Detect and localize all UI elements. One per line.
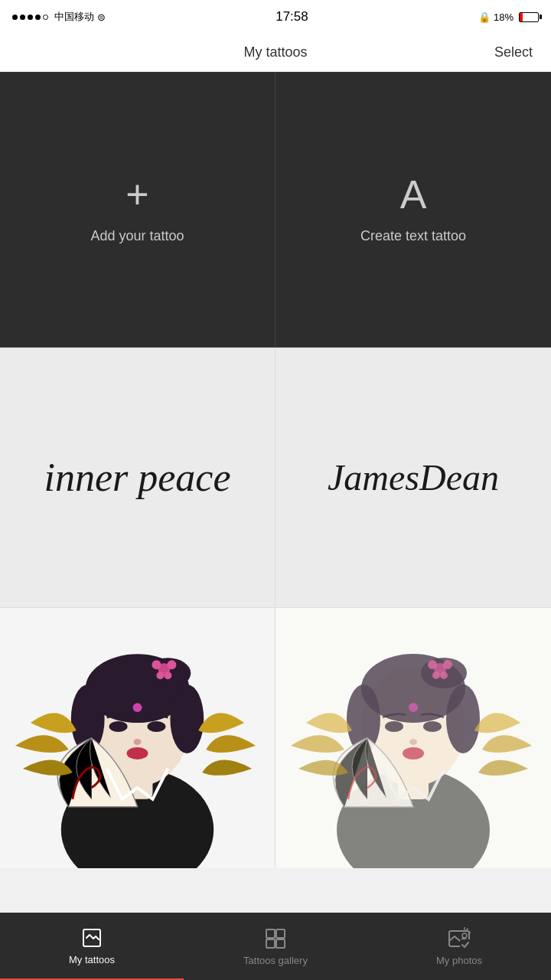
tab-tattoos-gallery[interactable]: Tattoos gallery [184, 913, 367, 980]
svg-rect-38 [266, 929, 275, 938]
signal-dot-1 [12, 15, 18, 20]
battery-percent: 18% [494, 11, 514, 23]
geisha-tile-1[interactable] [0, 608, 276, 868]
svg-rect-41 [276, 939, 285, 948]
svg-rect-39 [276, 929, 285, 938]
inner-peace-text: inner peace [44, 455, 230, 500]
nav-title: My tattoos [190, 44, 361, 60]
battery-fill [520, 13, 523, 21]
james-dean-tile[interactable]: JamesDean [276, 348, 551, 608]
my-tattoos-icon [80, 926, 103, 949]
svg-point-13 [152, 660, 161, 669]
svg-point-17 [133, 703, 142, 712]
status-right: 🔒 18% [478, 11, 539, 23]
add-tattoo-tile[interactable]: + Add your tattoo [0, 72, 276, 348]
svg-point-15 [156, 671, 164, 679]
my-photos-icon [448, 927, 471, 950]
status-bar: 中国移动 ⊜ 17:58 🔒 18% [0, 0, 551, 34]
svg-point-43 [462, 933, 467, 938]
status-time: 17:58 [276, 9, 308, 24]
tab-my-photos[interactable]: My photos [367, 913, 551, 980]
tattoos-gallery-icon [264, 927, 287, 950]
svg-point-10 [134, 739, 142, 745]
svg-rect-36 [276, 608, 551, 868]
signal-dots [12, 15, 48, 20]
svg-point-14 [167, 660, 176, 669]
svg-point-16 [164, 671, 171, 679]
tab-my-tattoos[interactable]: My tattoos [0, 913, 184, 980]
create-text-label: Create text tattoo [360, 228, 466, 244]
tab-bar: My tattoos Tattoos gallery My photos [0, 913, 551, 980]
create-text-tile[interactable]: A Create text tattoo [276, 72, 551, 348]
james-dean-text: JamesDean [328, 456, 499, 498]
signal-dot-2 [20, 15, 25, 20]
status-left: 中国移动 ⊜ [12, 10, 106, 24]
carrier-name: 中国移动 [54, 10, 94, 24]
text-tattoo-row: inner peace JamesDean [0, 348, 551, 608]
signal-dot-4 [35, 15, 41, 20]
image-row [0, 608, 551, 868]
action-row: + Add your tattoo A Create text tattoo [0, 72, 551, 348]
nav-bar: My tattoos Select [0, 34, 551, 72]
text-icon: A [400, 175, 427, 214]
inner-peace-tile[interactable]: inner peace [0, 348, 276, 608]
tab-my-tattoos-label: My tattoos [69, 954, 115, 965]
signal-dot-5 [43, 15, 48, 20]
battery-icon [519, 12, 539, 22]
svg-point-9 [147, 721, 165, 732]
tab-my-photos-label: My photos [436, 955, 482, 966]
signal-dot-3 [28, 15, 33, 20]
geisha-tile-2[interactable] [276, 608, 551, 868]
lock-icon: 🔒 [478, 11, 491, 23]
svg-point-8 [109, 721, 128, 732]
tab-tattoos-gallery-label: Tattoos gallery [243, 955, 308, 966]
geisha-illustration-2 [276, 608, 551, 868]
svg-rect-40 [266, 939, 275, 948]
geisha-illustration-1 [0, 608, 275, 868]
svg-point-7 [170, 684, 204, 753]
wifi-icon: ⊜ [97, 11, 106, 23]
select-button[interactable]: Select [494, 44, 533, 60]
battery-container [517, 12, 539, 22]
plus-icon: + [126, 175, 148, 214]
add-tattoo-label: Add your tattoo [90, 228, 184, 244]
svg-point-11 [127, 747, 148, 760]
main-content: + Add your tattoo A Create text tattoo i… [0, 72, 551, 936]
